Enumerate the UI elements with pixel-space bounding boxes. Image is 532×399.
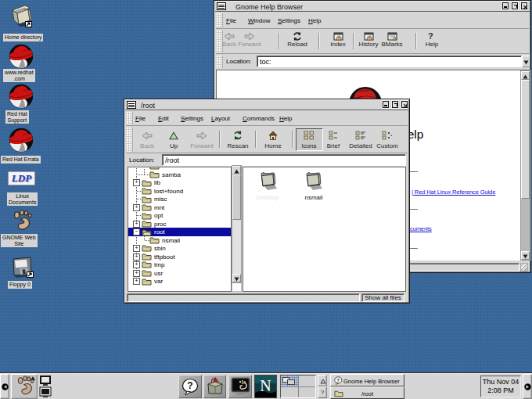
svg-text:N: N [260,377,271,394]
svg-text:?: ? [336,377,340,383]
svg-text:?: ? [187,380,192,391]
